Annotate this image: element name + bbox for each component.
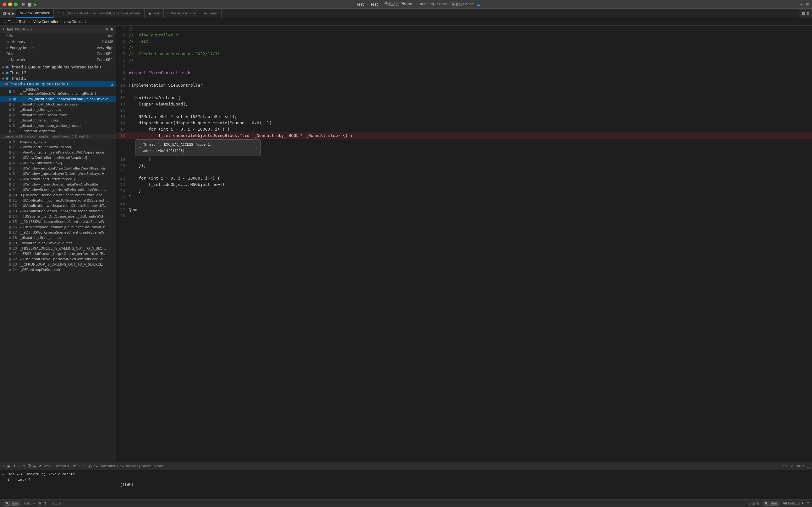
thread-4-item-4[interactable]: 4 _dispatch_lane_serial_drain	[0, 112, 116, 118]
expand-arrow[interactable]: ▾	[2, 27, 4, 32]
code-editor[interactable]: 1 // 2 // ViewController.m 3 // Test 4 /…	[116, 26, 812, 462]
enqueued-item-24[interactable]: 24 _CFRunLoopDoSource0	[0, 267, 116, 273]
enqueued-item-17[interactable]: 17 __92-[FBSWorkspaceScenesClient create…	[0, 230, 116, 235]
close-button[interactable]	[2, 2, 6, 6]
enqueued-icon-18	[9, 237, 11, 239]
step-into-icon[interactable]: ↓	[17, 464, 20, 468]
nav-next-icon[interactable]: ▶	[12, 11, 15, 16]
minimize-button[interactable]	[8, 2, 12, 6]
enqueued-item-20[interactable]: 20 _FBSSERIALQUEUE_IS_CALLING_OUT_TO_A_B…	[0, 246, 116, 251]
breadcrumb-method[interactable]: -viewDidLoad	[62, 20, 86, 24]
layout-button[interactable]: ⊡	[806, 2, 810, 7]
thread-4-header[interactable]: ▾ Thread 4 Queue: queue (serial) ▲	[0, 81, 116, 87]
breadcrumb-vc[interactable]: m ViewController	[29, 20, 58, 24]
enqueued-item-13[interactable]: 13 -[UIApplicationSceneClientAgent scene…	[0, 209, 116, 214]
tab-test[interactable]: Test	[370, 2, 378, 7]
enqueued-icon-24	[9, 269, 11, 271]
clear-icon[interactable]: ⊗	[44, 501, 47, 505]
sidebar-toggle-icon[interactable]: ⊟	[22, 2, 26, 7]
tab-viewcontroller-h[interactable]: h ViewController	[164, 9, 201, 18]
bottom-sidebar-icon[interactable]: ≡	[2, 464, 6, 468]
tab-label-2: Test	[153, 11, 160, 15]
thread-4-item-0[interactable]: 0 -[__NSSetM enumerateObjectsWithOptions…	[0, 87, 116, 96]
enqueued-item-7[interactable]: 7 -[UIWindow _setHidden:forced:]	[0, 176, 116, 182]
stack-item-2-label: _dispatch_call_block_and_release	[20, 102, 78, 106]
thread-1-header[interactable]: ▶ Thread 1 Queue: com.apple.main-thread …	[0, 64, 116, 70]
thread-4-item-3[interactable]: 3 _dispatch_client_callout	[0, 107, 116, 112]
stack-item-5-num: 5	[12, 118, 19, 122]
enqueued-item-14[interactable]: 14 -[FBSScene _callOutQueue_agent_didCre…	[0, 214, 116, 219]
enqueued-item-5[interactable]: 5 -[UIWindow addRootViewControllerViewIf…	[0, 166, 116, 171]
thread-4-item-2[interactable]: 2 _dispatch_call_block_and_release	[0, 102, 116, 107]
breakpoint-icon[interactable]: ⦿	[27, 464, 31, 468]
enqueued-item-2[interactable]: 2 -[ViewController _sendViewLoadWithAppe…	[0, 150, 116, 155]
tab-block-invoke[interactable]: m 1__29-[ViewController viewDidLoad]_blo…	[54, 9, 145, 18]
thread-4-item-7[interactable]: 7 __pthread_wqthread	[0, 128, 116, 134]
step-out-icon[interactable]: ↑	[22, 464, 26, 468]
stop-button[interactable]: ■	[28, 2, 32, 7]
enqueued-item-21[interactable]: 21 -[FBSSerialQueue _targetQueue_perform…	[0, 251, 116, 257]
share-icon[interactable]: ↗	[38, 464, 42, 468]
enqueued-item-8[interactable]: 8 -[UIWindow _mainQueue_makeKeyAndVisibl…	[0, 182, 116, 187]
enqueued-section-header: Enqueued from com.apple.main-thread (Thr…	[0, 134, 116, 139]
cpu-label: CPU	[6, 34, 13, 38]
add-button[interactable]: +	[800, 1, 804, 7]
tab-test[interactable]: ● Test	[145, 9, 163, 18]
debug-console[interactable]: (lldb)	[116, 470, 812, 500]
enqueued-icon-3	[9, 157, 11, 159]
thread-2-dot	[6, 71, 8, 74]
tab-viewcontroller-m[interactable]: m ViewController	[16, 9, 54, 18]
enqueued-icon-10	[9, 194, 11, 196]
enqueued-item-23[interactable]: 23 __CFRUNLOOP_IS_CALLING_OUT_TO_A_SOURC…	[0, 262, 116, 267]
inspector-layout-icon[interactable]: ⊡	[802, 11, 805, 16]
enqueued-item-18[interactable]: 18 _dispatch_client_callout	[0, 235, 116, 240]
continue-icon[interactable]: ▶	[7, 464, 10, 468]
breadcrumb-test2[interactable]: Test	[18, 20, 26, 24]
run-button[interactable]: ▶	[34, 2, 37, 7]
thread-4-item-5[interactable]: 5 _dispatch_lane_invoke	[0, 118, 116, 123]
stack-item-6-label: _dispatch_workloop_worker_thread	[20, 124, 81, 128]
process-record-icon[interactable]: ⏺	[110, 27, 113, 32]
split-editor-icon[interactable]: ⊞	[806, 11, 810, 16]
nav-forward-icon[interactable]: ◀	[7, 11, 10, 16]
bottom-panel: ≡ ▶ ↺ ↓ ↑ ⦿ ⊞ ↗ Test › Thread 4 › m 1__2…	[0, 462, 812, 500]
enqueued-item-6[interactable]: 6 -[UIWindow _updateLayerOrderingAndSetL…	[0, 171, 116, 176]
nav-back-icon[interactable]: ⊟	[2, 11, 6, 16]
line-content-10: @implementation ViewController	[129, 82, 812, 89]
layout-toggle-icon[interactable]: ⊡	[806, 464, 810, 468]
code-line-12: 12 - (void)viewDidLoad {	[116, 95, 812, 101]
settings-icon[interactable]: ⚙	[38, 501, 41, 505]
enqueued-icon-21	[9, 253, 11, 255]
maximize-button[interactable]	[14, 2, 17, 6]
enqueued-item-12[interactable]: 12 -[UIApplication workspace:didCreateSc…	[0, 203, 116, 209]
enqueued-item-22[interactable]: 22 -[FBSSerialQueue _performNextFromRunL…	[0, 257, 116, 262]
enqueued-item-9[interactable]: 9 -[UIWindowScene _performDeferredInitia…	[0, 187, 116, 192]
step-over-icon[interactable]: ↺	[12, 464, 15, 468]
enqueued-item-16[interactable]: 16 -[FBSWorkspace _calloutQueue_executeC…	[0, 224, 116, 230]
output-dropdown-icon[interactable]: ⌃	[807, 501, 810, 505]
line-col-info: Line: 18 Col: 1	[780, 464, 805, 468]
var-0-arrow[interactable]: ▶	[2, 473, 4, 476]
enqueued-item-10[interactable]: 10 +[UIScene _sceneForFBSScene:create:wi…	[0, 192, 116, 198]
enqueued-item-3[interactable]: 3 -[UIViewController loadViewIfRequired]	[0, 155, 116, 160]
enqueued-num-22: 22	[12, 257, 19, 261]
stack-icon[interactable]: ⊞	[33, 464, 36, 468]
thread-4-item-6[interactable]: 6 _dispatch_workloop_worker_thread	[0, 123, 116, 128]
thread-4-item-1[interactable]: ▶ 1 __29-[ViewController viewDidLoad]_bl…	[0, 96, 116, 102]
enqueued-item-1[interactable]: 1 -[ViewController viewDidLoad]	[0, 145, 116, 150]
thread-2-header[interactable]: ▶ Thread 2	[0, 70, 116, 76]
tab-main[interactable]: m main	[200, 9, 221, 18]
breadcrumb-test[interactable]: Test	[8, 20, 15, 24]
enqueued-item-19[interactable]: 19 _dispatch_block_invoke_direct	[0, 240, 116, 246]
error-close-button[interactable]: ✕	[255, 145, 257, 151]
enqueued-item-11[interactable]: 11 -[UIApplication _connectUISceneFromFB…	[0, 198, 116, 203]
enqueued-item-0[interactable]: 0 dispatch_async	[0, 139, 116, 145]
process-gear-icon[interactable]: ⚙	[105, 27, 108, 32]
filter-pill[interactable]: 🔍 Filter	[2, 501, 21, 506]
thread-3-header[interactable]: ▶ Thread 3	[0, 76, 116, 81]
enqueued-item-4[interactable]: 4 -[UIViewController view]	[0, 160, 116, 166]
line-content-5: // Created by yuencong on 2022/11/11.	[129, 51, 812, 57]
enqueued-item-15[interactable]: 15 __92-[FBSWorkspaceScenesClient create…	[0, 219, 116, 224]
error-tooltip: ≡ Thread 4: EXC_BAD_ACCESS (code=1, addr…	[135, 139, 261, 156]
filter-pill-right[interactable]: 🔍 Filter	[762, 501, 780, 506]
